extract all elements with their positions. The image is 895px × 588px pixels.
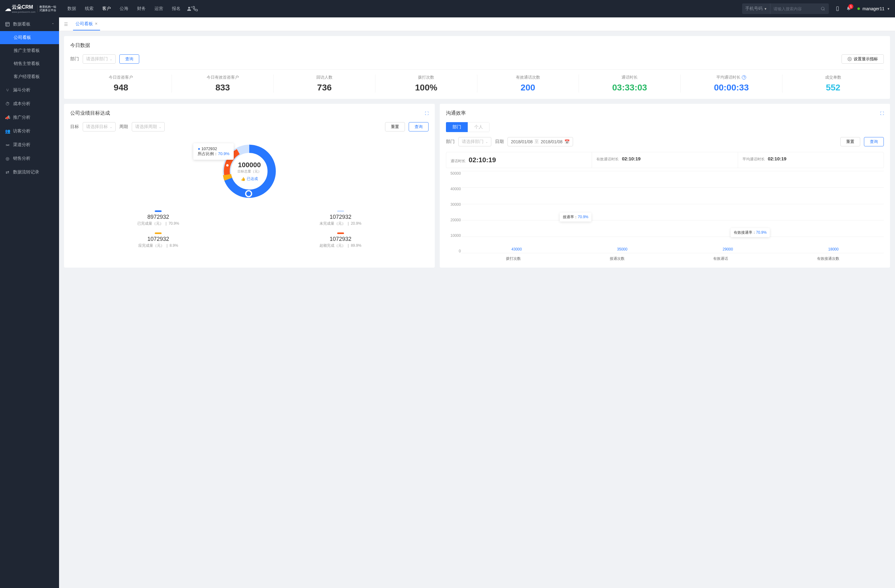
brand-name: 云朵CRM [12, 4, 35, 11]
comm-title: 沟通效率 [446, 110, 466, 117]
menu-toggle-icon[interactable]: ☰ [64, 22, 68, 27]
legend-3: 1072932超额完成（元） | 89.9% [252, 232, 428, 248]
date-range-input[interactable]: 2018/01/08 至 2018/01/08 📅 [507, 137, 573, 146]
search-input[interactable] [771, 6, 817, 11]
sidebar: 数据看板 ⌃ 公司看板推广主管看板销售主管看板客户经理看板 ⑂漏斗分析⏱成本分析… [0, 17, 59, 588]
sidebar-sub-1[interactable]: 推广主管看板 [0, 44, 59, 57]
bell-icon[interactable]: 5 [846, 6, 851, 11]
search-type-select[interactable]: 手机号码▼ [742, 3, 771, 14]
query-button[interactable]: 查询 [864, 137, 884, 146]
legend-2: 1072932应完成量（元） | 8.9% [70, 232, 246, 248]
logo: ☁ 云朵CRM www.yunduocrm.com 教育机构一站 式服务云平台 [5, 4, 56, 14]
seg-1[interactable]: 个人 [468, 122, 490, 132]
today-title: 今日数据 [70, 42, 884, 49]
chevron-up-icon: ⌃ [52, 23, 54, 26]
sidebar-item-3[interactable]: 👥访客分析 [0, 124, 59, 138]
query-button[interactable]: 查询 [409, 122, 429, 132]
main-area: ☰ 公司看板 ✕ 今日数据 部门 请选择部门⌄ 查询 设置显示指标 [59, 17, 895, 588]
sidebar-sub-3[interactable]: 客户经理看板 [0, 70, 59, 83]
period-select[interactable]: 请选择周期⌄ [132, 122, 165, 132]
stat-6: 平均通话时长 ?00:00:33 [681, 74, 782, 92]
svg-point-11 [226, 164, 229, 167]
nav-item-5[interactable]: 运营 [155, 1, 163, 17]
search-button[interactable] [817, 6, 829, 11]
panel-comm: 沟通效率 ⛶ 部门个人 部门 请选择部门⌄ 日期 2018/01/08 至 20… [440, 104, 890, 268]
tab-company-board[interactable]: 公司看板 ✕ [73, 18, 100, 30]
nav-item-6[interactable]: 报名 [172, 1, 181, 17]
stat-2: 回访人数736 [274, 74, 375, 92]
target-select[interactable]: 请选择目标⌄ [83, 122, 115, 132]
status-dot [857, 8, 860, 10]
nav-item-1[interactable]: 线索 [85, 1, 94, 17]
comm-time-1: 有效通话时长02:10:19 [592, 152, 738, 168]
comm-time-2: 平均通话时长02:10:19 [738, 152, 883, 168]
legend-0: 8972932已完成量（元） | 70.9% [70, 211, 246, 226]
stat-0: 今日首咨客户948 [70, 74, 172, 92]
chart-chip-0: 接通率：70.9% [560, 212, 592, 221]
sidebar-item-4[interactable]: ⫘渠道分析 [0, 138, 59, 152]
comm-dept-select[interactable]: 请选择部门⌄ [458, 137, 491, 146]
mobile-icon[interactable] [835, 6, 840, 11]
close-tab-icon[interactable]: ✕ [95, 22, 97, 26]
reset-button[interactable]: 重置 [385, 122, 405, 132]
notification-badge: 5 [848, 4, 853, 9]
nav-item-0[interactable]: 数据 [67, 1, 76, 17]
stat-5: 通话时长03:33:03 [579, 74, 681, 92]
search-box: 手机号码▼ [742, 3, 829, 14]
info-icon[interactable]: ? [742, 75, 746, 80]
reset-button[interactable]: 重置 [840, 137, 860, 146]
user-menu[interactable]: manager11 ▼ [857, 6, 890, 11]
svg-point-0 [188, 7, 190, 9]
nav-item-4[interactable]: 财务 [137, 1, 146, 17]
settings-metrics-button[interactable]: 设置显示指标 [842, 55, 884, 64]
sidebar-item-2[interactable]: 📣推广分析 [0, 111, 59, 124]
top-header: ☁ 云朵CRM www.yunduocrm.com 教育机构一站 式服务云平台 … [0, 0, 895, 17]
dept-filter-label: 部门 [70, 56, 79, 62]
top-nav: 数据线索客户公海财务运营报名 [67, 1, 181, 17]
sidebar-group-dashboard[interactable]: 数据看板 ⌃ [0, 17, 59, 31]
sidebar-item-6[interactable]: ⇄数据流转记录 [0, 165, 59, 179]
dept-select[interactable]: 请选择部门⌄ [83, 55, 115, 64]
add-user-icon[interactable] [187, 6, 193, 12]
expand-icon[interactable]: ⛶ [880, 111, 884, 116]
panel-today-data: 今日数据 部门 请选择部门⌄ 查询 设置显示指标 今日首咨客户948今日有效首咨… [64, 36, 890, 99]
stat-4: 有效通话次数200 [477, 74, 579, 92]
nav-item-2[interactable]: 客户 [102, 1, 111, 17]
donut-tooltip: ● 1072932 所占比例：70.9% [193, 143, 234, 160]
goal-title: 公司业绩目标达成 [70, 110, 110, 117]
expand-icon[interactable]: ⛶ [425, 111, 429, 116]
svg-point-1 [821, 7, 824, 10]
svg-rect-2 [837, 6, 839, 11]
sidebar-item-5[interactable]: ◎销售分析 [0, 152, 59, 165]
stat-7: 成交单数552 [783, 74, 884, 92]
legend-1: 1072932未完成量（元） | 20.9% [252, 211, 428, 226]
achieved-badge: 👍已达成 [237, 176, 261, 182]
stat-3: 拨打次数100% [375, 74, 477, 92]
username: manager11 [862, 6, 884, 11]
sidebar-item-1[interactable]: ⏱成本分析 [0, 97, 59, 111]
sidebar-item-0[interactable]: ⑂漏斗分析 [0, 83, 59, 97]
query-button[interactable]: 查询 [119, 55, 139, 64]
chart-chip-1: 有效接通率：70.9% [731, 228, 770, 237]
panel-goal: 公司业绩目标达成 ⛶ 目标 请选择目标⌄ 周期 请选择周期⌄ 重置 查询 [64, 104, 435, 268]
calendar-icon: 📅 [564, 139, 570, 144]
seg-0[interactable]: 部门 [446, 122, 468, 132]
stat-1: 今日有效首咨客户833 [172, 74, 273, 92]
sidebar-sub-0[interactable]: 公司看板 [0, 31, 59, 44]
svg-point-5 [849, 58, 850, 60]
sidebar-sub-2[interactable]: 销售主管看板 [0, 57, 59, 70]
comm-time-0: 通话时长02:10:19 [446, 152, 592, 168]
svg-rect-4 [6, 23, 9, 26]
bar-chart: 50000400003000020000100000 4300035000290… [446, 171, 884, 261]
tab-bar: ☰ 公司看板 ✕ [59, 17, 895, 31]
phone-icon[interactable] [193, 6, 198, 12]
nav-item-3[interactable]: 公海 [120, 1, 128, 17]
gear-icon [848, 57, 852, 61]
svg-point-10 [246, 191, 252, 197]
